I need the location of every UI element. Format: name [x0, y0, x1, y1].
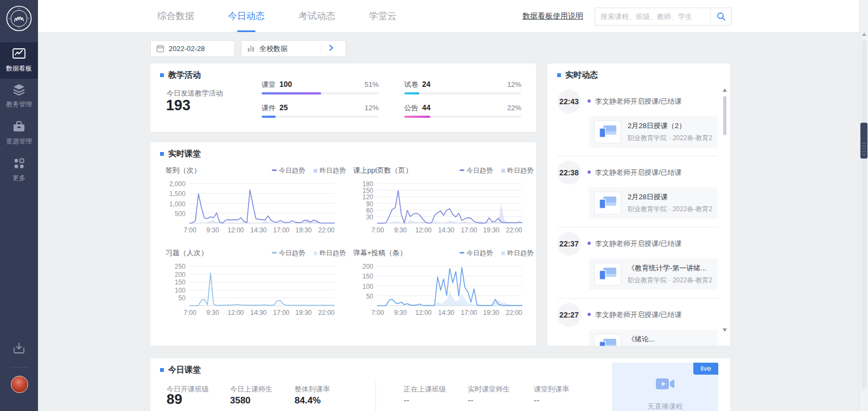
y-tick-label: 250: [175, 263, 186, 270]
realtime-feed-card: 实时动态 22:43 李文静老师开启授课/已结课 2月28日授课（2） 职业教育…: [547, 64, 730, 346]
x-tick-label: 9:30: [206, 226, 219, 234]
stat-value: --: [468, 395, 474, 405]
search-box: [595, 8, 732, 26]
sidebar-item-databoard[interactable]: 数据看板: [0, 42, 38, 79]
sidebar-item-more[interactable]: 更多: [0, 153, 38, 187]
y-tick-label: 500: [175, 210, 186, 218]
feed-scroll-up-arrow[interactable]: [723, 88, 727, 92]
x-tick-label: 17:00: [273, 226, 289, 234]
search-button[interactable]: [710, 8, 731, 25]
legend-yesterday[interactable]: 昨日趋势: [314, 249, 346, 258]
chart-title: 习题（人次）: [165, 248, 208, 258]
page-scrollbar-thumb[interactable]: [860, 123, 867, 159]
top-header: 综合数据 今日动态 考试动态 学堂云 数据看板使用说明: [38, 0, 859, 33]
sidebar-download[interactable]: [0, 341, 38, 357]
realtime-classroom-card: 实时课堂 签到（次）今日趋势昨日趋势2,0001,5001,0005007:00…: [150, 142, 536, 346]
x-tick-label: 19:30: [483, 309, 499, 317]
legend-yesterday[interactable]: 昨日趋势: [501, 249, 533, 258]
charts-grid: 签到（次）今日趋势昨日趋势2,0001,5001,0005007:009:301…: [165, 165, 533, 317]
live-status-text: 无直播课程: [612, 402, 718, 411]
top-tabs: 综合数据 今日动态 考试动态 学堂云: [157, 0, 397, 32]
legend-yesterday[interactable]: 昨日趋势: [501, 166, 533, 175]
course-title: 《教育统计学-第一讲绪...: [628, 263, 712, 273]
progress-track: [261, 116, 379, 118]
x-axis: 7:009:3012:0014:3017:0019:3022:00: [377, 308, 522, 317]
chart-title: 课上ppt页数（页）: [353, 166, 412, 175]
x-tick-label: 14:30: [250, 309, 266, 317]
avatar[interactable]: [11, 376, 28, 393]
x-tick-label: 17:00: [273, 309, 289, 317]
live-preview[interactable]: live 无直播课程: [612, 363, 718, 411]
page-scrollbar: [859, 0, 868, 411]
tab-xuetangyun[interactable]: 学堂云: [369, 0, 397, 32]
stat-label: 实时课堂师生: [468, 384, 510, 394]
x-axis: 7:009:3012:0014:3017:0019:3022:00: [377, 226, 522, 235]
dashboard-page: 数据看板 教务管理 资源管理: [0, 0, 868, 411]
x-axis: 7:009:3012:0014:3017:0019:3022:00: [189, 226, 335, 235]
tab-exam[interactable]: 考试动态: [298, 0, 335, 32]
legend-today[interactable]: 今日趋势: [272, 249, 305, 258]
chart-ppt-pages: 课上ppt页数（页）今日趋势昨日趋势1801501209060307:009:3…: [353, 165, 533, 235]
progress-fill: [404, 92, 419, 94]
active-tab-underline: [237, 30, 256, 32]
stat-ketang: 课堂10051%: [261, 80, 379, 102]
card-title: 今日课堂: [160, 365, 201, 375]
feed-event: 李文静老师开启授课/已结课: [588, 97, 682, 106]
y-tick-label: 100: [362, 283, 373, 290]
more-grid-icon: [0, 157, 38, 172]
x-tick-label: 14:30: [438, 226, 454, 234]
page-scrollbar-track[interactable]: [861, 40, 867, 389]
scope-expand-chevron[interactable]: [322, 45, 340, 53]
feed-course-card[interactable]: 2月28日授课（2） 职业教育学院 · 2022春-教育2...: [589, 116, 718, 148]
stat-value: 89: [167, 391, 182, 408]
x-tick-label: 9:30: [394, 309, 406, 317]
stat-value: 84.4%: [295, 395, 321, 406]
feed-scroll-down-arrow[interactable]: [723, 328, 727, 332]
sidebar-item-academic[interactable]: 教务管理: [0, 79, 38, 113]
x-tick-label: 7:00: [371, 309, 384, 317]
feed-time: 22:43: [557, 90, 581, 113]
page-scroll-up-arrow[interactable]: [862, 33, 866, 36]
x-tick-label: 17:00: [461, 226, 477, 234]
legend-today[interactable]: 今日趋势: [272, 166, 305, 175]
legend-today[interactable]: 今日趋势: [459, 249, 493, 258]
feed-scrollbar-thumb[interactable]: [723, 96, 726, 135]
event-dot: [588, 99, 591, 103]
help-link[interactable]: 数据看板使用说明: [522, 11, 583, 21]
search-input[interactable]: [595, 12, 710, 21]
chart-legend: 今日趋势昨日趋势: [272, 249, 346, 258]
legend-today[interactable]: 今日趋势: [459, 166, 493, 175]
card-title: 实时动态: [557, 70, 598, 80]
tab-overview[interactable]: 综合数据: [157, 0, 194, 32]
scope-select[interactable]: 全校数据: [241, 40, 346, 57]
today-class-card: 今日课堂 今日开课班级 89 今日上课师生 3580 整体到课率 84.4% 正…: [150, 358, 730, 411]
x-tick-label: 14:30: [250, 226, 266, 234]
progress-track: [261, 92, 379, 94]
feed-course-card[interactable]: 2月28日授课 职业教育学院 · 2022春-教育2...: [589, 187, 718, 219]
x-axis: 7:009:3012:0014:3017:0019:3022:00: [189, 308, 335, 317]
chart-checkin: 签到（次）今日趋势昨日趋势2,0001,5001,0005007:009:301…: [165, 165, 346, 235]
tab-today[interactable]: 今日动态: [228, 0, 265, 32]
line-chart-plot: 7:009:3012:0014:3017:0019:3022:00: [189, 261, 335, 317]
stat-label: 今日上课师生: [230, 384, 272, 394]
sidebar-item-resources[interactable]: 资源管理: [0, 116, 38, 150]
school-data-icon: [247, 45, 255, 53]
legend-yesterday[interactable]: 昨日趋势: [314, 166, 346, 175]
stat-label: 课堂到课率: [534, 384, 569, 394]
feed-event: 李文静老师开启授课/已结课: [588, 239, 682, 249]
search-icon: [717, 12, 726, 21]
toolbox-icon: [0, 120, 38, 135]
feed-course-card[interactable]: 《教育统计学-第一讲绪... 职业教育学院 · 2022春-教育2...: [589, 258, 718, 290]
x-tick-label: 12:00: [227, 226, 244, 234]
event-dot: [588, 170, 591, 174]
feed-course-card[interactable]: 《绪论... 职业教育学院 · 2022春-教育2...: [589, 330, 718, 346]
activity-stats: 课堂10051% 试卷2412% 课件2512% 公告4422%: [261, 80, 521, 125]
chart-title: 签到（次）: [165, 166, 201, 175]
feed-item: 22:27 李文静老师开启授课/已结课 《绪论... 职业教育学院 · 2022…: [557, 299, 718, 346]
chart-exercises: 习题（人次）今日趋势昨日趋势250200150100507:009:3012:0…: [165, 248, 346, 317]
x-tick-label: 12:00: [227, 309, 244, 317]
feed-time: 22:38: [557, 161, 581, 185]
video-camera-icon: [655, 377, 675, 393]
date-value: 2022-02-28: [169, 45, 205, 53]
date-picker[interactable]: 2022-02-28: [150, 40, 235, 57]
